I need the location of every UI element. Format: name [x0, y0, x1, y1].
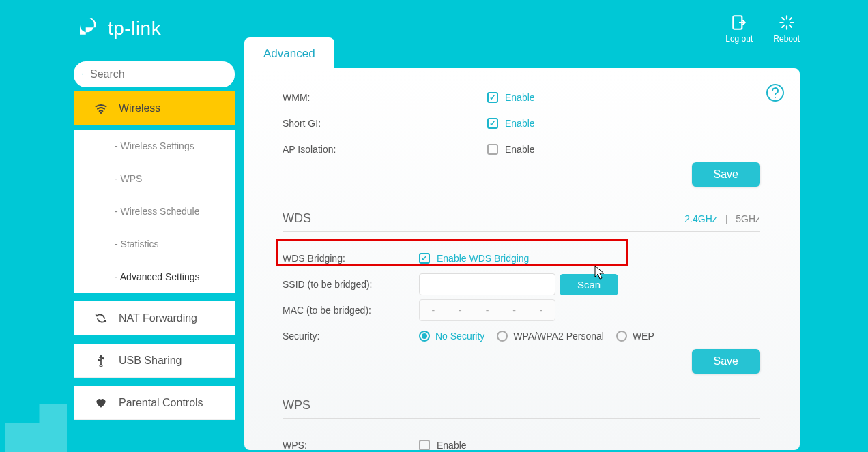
submenu-wireless-settings[interactable]: - Wireless Settings — [74, 130, 235, 162]
sidebar-item-parental[interactable]: Parental Controls — [74, 386, 235, 420]
decorative-shape — [5, 404, 67, 452]
reboot-label: Reboot — [773, 34, 800, 44]
label-ssid: SSID (to be bridged): — [283, 279, 419, 290]
brand-text: tp-link — [108, 18, 161, 40]
svg-point-11 — [100, 112, 102, 114]
svg-line-8 — [789, 18, 791, 20]
label-shortgi: Short GI: — [283, 118, 487, 129]
section-wps: WPS — [283, 398, 760, 419]
svg-point-12 — [767, 85, 783, 101]
row-apiso: AP Isolation: Enable — [283, 136, 787, 162]
sidebar-item-label: NAT Forwarding — [119, 312, 197, 325]
band-separator: | — [725, 213, 728, 224]
search-input[interactable] — [90, 68, 227, 80]
sidebar-item-label: Parental Controls — [119, 397, 203, 409]
save-button-wds[interactable]: Save — [692, 349, 760, 374]
main-panel: WMM: Enable Short GI: Enable AP Isolatio… — [244, 68, 800, 450]
label-wds-bridging: WDS Bridging: — [283, 253, 419, 264]
scan-button[interactable]: Scan — [560, 274, 618, 295]
brand-logo: tp-link — [75, 14, 161, 43]
radio-no-security[interactable]: No Security — [419, 331, 484, 342]
reboot-icon — [778, 14, 796, 31]
svg-line-10 — [83, 74, 83, 75]
save-button-top[interactable]: Save — [692, 162, 760, 187]
reboot-button[interactable]: Reboot — [773, 14, 800, 44]
row-wds-bridging: WDS Bridging: Enable WDS Bridging — [283, 245, 787, 271]
tab-advanced[interactable]: Advanced — [244, 37, 334, 70]
shortgi-enable-text: Enable — [505, 118, 535, 129]
checkbox-shortgi[interactable] — [487, 118, 498, 129]
band-5ghz[interactable]: 5GHz — [736, 213, 760, 224]
logout-label: Log out — [725, 34, 753, 44]
svg-line-5 — [782, 18, 784, 20]
checkbox-wps[interactable] — [419, 440, 430, 450]
sidebar-item-usb[interactable]: USB Sharing — [74, 344, 235, 378]
band-tabs: 2.4GHz | 5GHz — [684, 213, 760, 224]
label-wps: WPS: — [283, 440, 419, 450]
svg-line-6 — [789, 25, 791, 27]
row-security: Security: No Security WPA/WPA2 Personal … — [283, 323, 787, 349]
input-mac[interactable]: ----- — [419, 299, 555, 321]
submenu-advanced-settings[interactable]: - Advanced Settings — [74, 260, 235, 293]
header: tp-link Log out Reboot — [75, 14, 800, 44]
heart-icon — [94, 396, 108, 410]
radio-wep[interactable]: WEP — [616, 331, 654, 342]
checkbox-wmm[interactable] — [487, 92, 498, 103]
wps-enable-text: Enable — [437, 440, 467, 450]
usb-icon — [94, 354, 108, 367]
submenu-wps[interactable]: - WPS — [74, 162, 235, 195]
search-box[interactable] — [74, 61, 235, 87]
checkbox-apiso[interactable] — [487, 144, 498, 155]
sidebar: Wireless - Wireless Settings - WPS - Wir… — [74, 61, 235, 420]
row-wmm: WMM: Enable — [283, 85, 787, 110]
sidebar-item-nat[interactable]: NAT Forwarding — [74, 301, 235, 335]
svg-point-9 — [82, 74, 83, 74]
search-icon — [82, 67, 83, 82]
logout-icon — [730, 14, 748, 31]
wmm-enable-text: Enable — [505, 92, 535, 103]
logout-button[interactable]: Log out — [725, 14, 753, 44]
row-ssid: SSID (to be bridged): Scan — [283, 271, 787, 297]
row-shortgi: Short GI: Enable — [283, 110, 787, 136]
nat-icon — [94, 312, 108, 325]
tplink-logo-icon — [75, 14, 104, 43]
label-mac: MAC (to be bridged): — [283, 305, 419, 316]
sidebar-item-label: USB Sharing — [119, 355, 182, 367]
checkbox-wds-bridging[interactable] — [419, 253, 430, 264]
sidebar-item-label: Wireless — [119, 102, 160, 115]
band-24ghz[interactable]: 2.4GHz — [684, 213, 717, 224]
label-wmm: WMM: — [283, 92, 487, 103]
submenu-wireless-schedule[interactable]: - Wireless Schedule — [74, 195, 235, 228]
help-icon — [766, 83, 785, 102]
svg-line-7 — [782, 25, 784, 27]
wireless-submenu: - Wireless Settings - WPS - Wireless Sch… — [74, 130, 235, 293]
section-wds: WDS 2.4GHz | 5GHz — [283, 211, 760, 232]
wifi-icon — [94, 102, 108, 115]
apiso-enable-text: Enable — [505, 144, 535, 155]
label-apiso: AP Isolation: — [283, 144, 487, 155]
radio-wpa[interactable]: WPA/WPA2 Personal — [497, 331, 604, 342]
svg-point-13 — [775, 97, 776, 98]
label-security: Security: — [283, 331, 419, 342]
submenu-statistics[interactable]: - Statistics — [74, 228, 235, 260]
input-ssid[interactable] — [419, 273, 555, 295]
wds-bridging-text: Enable WDS Bridging — [437, 253, 529, 264]
section-title-text: WDS — [283, 211, 311, 226]
section-wps-title: WPS — [283, 398, 310, 412]
row-wps: WPS: Enable — [283, 432, 787, 450]
help-button[interactable] — [766, 83, 785, 102]
row-mac: MAC (to be bridged): ----- — [283, 297, 787, 323]
sidebar-item-wireless[interactable]: Wireless — [74, 91, 235, 125]
